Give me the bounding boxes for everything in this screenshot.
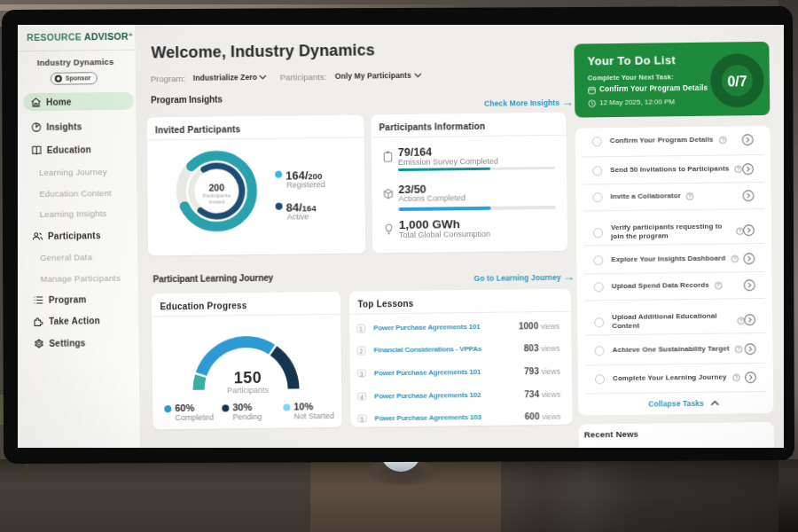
svg-text:0/7: 0/7	[727, 74, 747, 89]
